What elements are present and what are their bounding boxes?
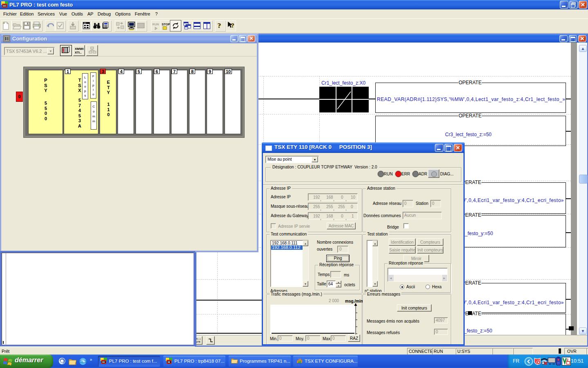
svg-text:»: »: [90, 357, 92, 362]
svg-text:RUN: RUN: [152, 22, 159, 26]
svg-text:?: ?: [218, 22, 221, 29]
svg-text:?: ?: [231, 22, 234, 29]
svg-text:STOP: STOP: [162, 22, 170, 26]
svg-text:HH: HH: [84, 22, 86, 24]
